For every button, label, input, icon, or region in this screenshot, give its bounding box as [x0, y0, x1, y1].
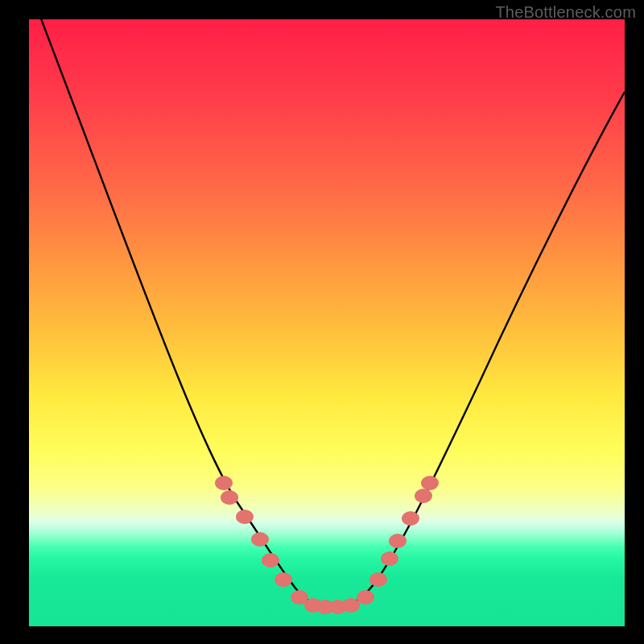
watermark-text: TheBottleneck.com — [495, 3, 636, 22]
marker-group — [215, 476, 439, 614]
marker-dot — [415, 489, 432, 503]
marker-dot — [357, 590, 374, 605]
marker-dot — [381, 551, 398, 566]
marker-dot — [402, 511, 419, 526]
marker-dot — [389, 534, 407, 548]
marker-dot — [421, 476, 439, 490]
marker-dot — [342, 598, 360, 613]
marker-dot — [221, 490, 238, 505]
marker-dot — [215, 476, 233, 490]
chart-svg — [29, 19, 625, 626]
marker-dot — [369, 572, 387, 587]
marker-dot — [251, 532, 269, 547]
chart-plot-area — [29, 19, 625, 626]
bottleneck-curve — [29, 19, 625, 609]
marker-dot — [275, 572, 292, 587]
marker-dot — [236, 510, 254, 524]
chart-frame: TheBottleneck.com — [0, 0, 644, 644]
marker-dot — [262, 553, 279, 568]
